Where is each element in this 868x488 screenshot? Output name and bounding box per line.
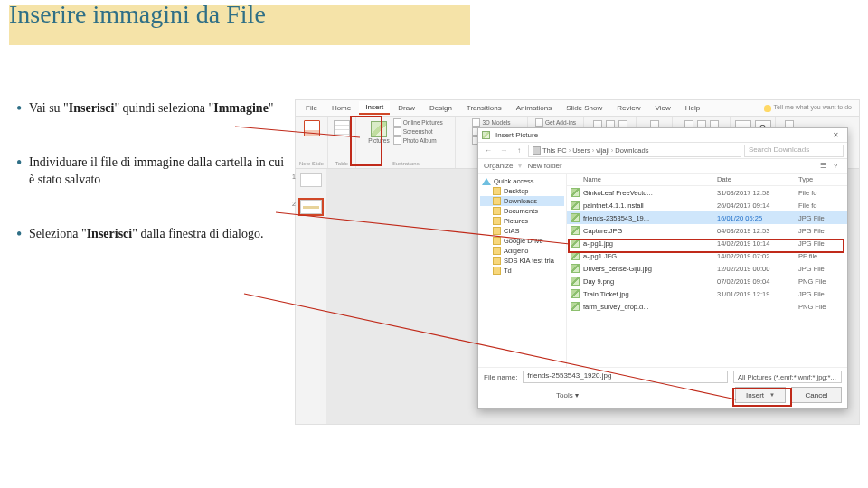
- file-icon: [571, 213, 580, 222]
- bullet-3: Seleziona "Inserisci" dalla finestra di …: [16, 225, 288, 243]
- file-icon: [571, 302, 580, 311]
- tree-documents[interactable]: Documents: [480, 206, 564, 216]
- bullet-1-text-c: ": [269, 101, 274, 115]
- file-type: JPG File: [798, 227, 847, 235]
- dialog-body: Quick access Desktop Downloads Documents…: [478, 174, 847, 367]
- insert-button[interactable]: Insert▼: [735, 387, 786, 403]
- folder-icon: [493, 227, 501, 235]
- tab-view[interactable]: View: [649, 102, 677, 114]
- view-icon[interactable]: ☰: [816, 162, 829, 170]
- breadcrumb[interactable]: This PC› Users› vijaji› Downloads: [528, 145, 741, 157]
- file-row[interactable]: Drivers_cense-Giju.jpg12/02/2019 00:00JP…: [567, 262, 847, 275]
- dialog-titlebar: Insert Picture ✕: [478, 128, 847, 143]
- pictures-icon[interactable]: [371, 121, 387, 137]
- dialog-title-text: Insert Picture: [495, 131, 538, 139]
- tell-me-label: Tell me what you want to do: [774, 104, 852, 110]
- bullet-3-text-a: Seleziona ": [29, 227, 87, 240]
- tree-quick-label: Quick access: [494, 177, 534, 185]
- tools-dropdown[interactable]: Tools ▾: [556, 391, 579, 399]
- col-name[interactable]: Name: [567, 175, 717, 183]
- col-type[interactable]: Type: [798, 175, 847, 183]
- file-row-selected[interactable]: friends-2353543_19...16/01/20 05:25JPG F…: [567, 211, 847, 224]
- crumb-0: This PC: [542, 146, 567, 155]
- nav-up-icon[interactable]: ↑: [513, 146, 525, 155]
- tree-td[interactable]: Td: [480, 266, 564, 276]
- tree-quick[interactable]: Quick access: [480, 176, 564, 186]
- filetype-filter[interactable]: All Pictures (*.emf;*.wmf;*.jpg;*...: [733, 371, 842, 383]
- tab-slideshow[interactable]: Slide Show: [560, 102, 609, 114]
- tab-help[interactable]: Help: [679, 102, 706, 114]
- file-name: friends-2353543_19...: [583, 214, 717, 222]
- tree-sds[interactable]: SDS KIA test tria: [480, 256, 564, 266]
- file-row[interactable]: GinkoLeaf FreeVecto...31/08/2017 12:58Fi…: [567, 186, 847, 199]
- screenshot-label: Screenshot: [403, 128, 433, 135]
- nav-back-icon[interactable]: ←: [482, 146, 495, 155]
- file-row[interactable]: paintnet.4.1.1.install26/04/2017 09:14Fi…: [567, 199, 847, 211]
- tree-cias[interactable]: CIAS: [480, 226, 564, 236]
- tree-documents-label: Documents: [504, 207, 538, 215]
- bullet-1-text-b: " quindi seleziona ": [114, 101, 213, 115]
- tab-animations[interactable]: Animations: [510, 102, 559, 114]
- tab-draw[interactable]: Draw: [392, 102, 421, 114]
- file-row[interactable]: Train Ticket.jpg31/01/2019 12:19JPG File: [567, 287, 847, 300]
- cancel-button[interactable]: Cancel: [791, 387, 842, 403]
- file-date: 07/02/2019 09:04: [717, 277, 798, 286]
- tree-googledrive[interactable]: Google Drive: [480, 236, 564, 246]
- new-slide-icon[interactable]: [304, 120, 320, 136]
- file-row[interactable]: Day 9.png07/02/2019 09:04PNG File: [567, 275, 847, 287]
- dialog-address-bar: ← → ↑ This PC› Users› vijaji› Downloads …: [478, 143, 847, 159]
- ribbon-tabs: File Home Insert Draw Design Transitions…: [296, 100, 859, 117]
- pictures-label: Pictures: [368, 137, 389, 144]
- folder-icon: [493, 257, 501, 265]
- table-label: Table: [335, 161, 348, 166]
- insert-button-label: Insert: [746, 391, 764, 399]
- file-row[interactable]: Capture.JPG04/03/2019 12:53JPG File: [567, 224, 847, 237]
- table-icon[interactable]: [334, 120, 350, 136]
- tab-insert[interactable]: Insert: [359, 101, 390, 115]
- group-images: Pictures Online Pictures Screenshot Phot…: [356, 117, 456, 168]
- bullet-1: Vai su "Inserisci" quindi seleziona "Imm…: [16, 99, 288, 117]
- pc-icon: [533, 146, 541, 155]
- help-icon[interactable]: ?: [829, 162, 842, 170]
- file-date: 31/08/2017 12:58: [717, 189, 798, 197]
- screenshot-button[interactable]: Screenshot: [393, 127, 433, 136]
- tab-review[interactable]: Review: [610, 102, 646, 114]
- list-body: GinkoLeaf FreeVecto...31/08/2017 12:58Fi…: [567, 186, 847, 313]
- file-row[interactable]: a-jpg1.JFG14/02/2019 07:02PF file: [567, 249, 847, 262]
- thumbnail-2[interactable]: 2: [300, 200, 322, 214]
- nav-forward-icon[interactable]: →: [497, 146, 510, 155]
- dialog-close-button[interactable]: ✕: [827, 131, 844, 139]
- tab-design[interactable]: Design: [423, 102, 458, 114]
- online-pictures-button[interactable]: Online Pictures: [393, 118, 443, 127]
- file-type: JPG File: [798, 290, 847, 298]
- col-date[interactable]: Date: [717, 175, 798, 183]
- file-row[interactable]: farm_survey_crop.d...PNG File: [567, 300, 847, 313]
- thumbnail-1[interactable]: 1: [300, 173, 322, 187]
- tree-desktop[interactable]: Desktop: [480, 186, 564, 196]
- tab-file[interactable]: File: [299, 102, 324, 114]
- tree-downloads[interactable]: Downloads: [480, 196, 564, 206]
- newfolder-button[interactable]: New folder: [527, 162, 561, 170]
- file-date: 26/04/2017 09:14: [717, 202, 798, 210]
- tab-home[interactable]: Home: [326, 102, 357, 114]
- organize-button[interactable]: Organize: [484, 162, 513, 170]
- tab-transitions[interactable]: Transitions: [460, 102, 508, 114]
- bullet-3-bold: Inserisci: [87, 227, 133, 240]
- tell-me-search[interactable]: Tell me what you want to do: [757, 102, 859, 113]
- models3d-button[interactable]: 3D Models: [472, 118, 510, 127]
- crumb-1: Users: [572, 146, 590, 155]
- tree-adigeno[interactable]: Adigeno: [480, 246, 564, 256]
- folder-icon: [493, 197, 501, 205]
- file-type: File fo: [798, 202, 847, 210]
- dialog-search[interactable]: Search Downloads: [744, 145, 844, 157]
- file-row[interactable]: a-jpg1.jpg14/02/2019 10:14JPG File: [567, 237, 847, 249]
- file-name: Day 9.png: [583, 277, 717, 286]
- file-icon: [571, 239, 580, 248]
- tree-pictures[interactable]: Pictures: [480, 216, 564, 226]
- get-addins-button[interactable]: Get Add-ins: [535, 118, 576, 127]
- file-name: GinkoLeaf FreeVecto...: [583, 189, 717, 197]
- star-icon: [482, 178, 491, 185]
- file-icon: [571, 251, 580, 260]
- filename-input[interactable]: friends-2553543_1920.jpg: [523, 371, 728, 383]
- photo-album-button[interactable]: Photo Album: [393, 136, 437, 145]
